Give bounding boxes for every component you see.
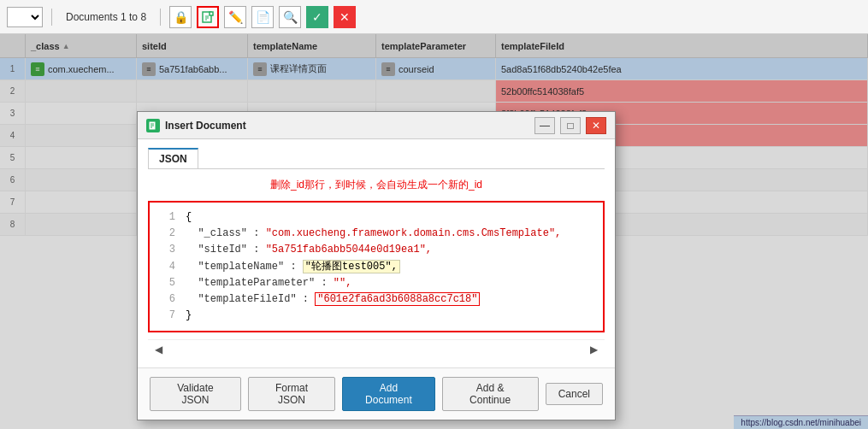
validate-json-btn[interactable]: Validate JSON xyxy=(150,377,241,411)
search-icon-btn[interactable]: 🔍 xyxy=(279,6,301,28)
copy-icon-btn[interactable]: 📄 xyxy=(251,6,274,28)
modal-footer: Validate JSON Format JSON Add Document A… xyxy=(138,367,615,420)
json-line: 6 "templateFileId" : "601e2fa6ad3b6088a8… xyxy=(158,291,594,308)
modal-title-text: Insert Document xyxy=(165,120,529,132)
main-area: _class ▲ siteId templateName templatePar… xyxy=(0,34,868,429)
modal-maximize-btn[interactable]: □ xyxy=(560,117,581,134)
json-line: 4 "templateName" : "轮播图test005", xyxy=(158,259,594,275)
insert-icon xyxy=(201,10,215,24)
tab-bar: JSON xyxy=(148,148,605,169)
separator-2 xyxy=(160,9,161,26)
modal-close-btn[interactable]: ✕ xyxy=(586,117,606,134)
modal-title-icon xyxy=(146,119,160,132)
modal-icon xyxy=(148,120,158,131)
modal-content: JSON 删除_id那行，到时候，会自动生成一个新的_id 1{2 "_clas… xyxy=(138,139,615,367)
cancel-btn[interactable]: Cancel xyxy=(546,383,603,405)
modal-minimize-btn[interactable]: — xyxy=(534,117,555,134)
chinese-annotation: 删除_id那行，到时候，会自动生成一个新的_id xyxy=(148,178,605,192)
tab-json[interactable]: JSON xyxy=(148,148,198,168)
cross-icon-btn[interactable]: ✕ xyxy=(334,6,356,28)
json-line: 5 "templateParameter" : "", xyxy=(158,275,594,291)
scroll-right[interactable]: ▶ xyxy=(590,344,598,356)
toolbar: Documents 1 to 8 🔒 ✏️ 📄 🔍 ✓ ✕ xyxy=(0,0,868,34)
lock-icon-btn[interactable]: 🔒 xyxy=(169,6,192,28)
json-line: 7} xyxy=(158,308,594,324)
json-line: 1{ xyxy=(158,209,594,226)
insert-icon-btn[interactable] xyxy=(197,6,219,28)
edit-icon-btn[interactable]: ✏️ xyxy=(224,6,246,28)
svg-rect-2 xyxy=(210,12,213,15)
insert-document-modal: Insert Document — □ ✕ JSON 删除_id那行，到时候，会… xyxy=(137,111,616,420)
json-editor[interactable]: 1{2 "_class" : "com.xuecheng.framework.d… xyxy=(148,201,605,332)
documents-label: Documents 1 to 8 xyxy=(66,11,146,23)
add-continue-btn[interactable]: Add & Continue xyxy=(442,377,539,411)
scroll-left[interactable]: ◀ xyxy=(155,344,162,356)
toolbar-dropdown[interactable] xyxy=(7,7,43,27)
modal-titlebar: Insert Document — □ ✕ xyxy=(138,112,615,139)
modal-overlay: Insert Document — □ ✕ JSON 删除_id那行，到时候，会… xyxy=(0,34,868,429)
add-document-btn[interactable]: Add Document xyxy=(342,377,434,411)
json-line: 2 "_class" : "com.xuecheng.framework.dom… xyxy=(158,226,594,242)
json-line: 3 "siteId" : "5a751fab6abb5044e0d19ea1", xyxy=(158,242,594,258)
scroll-area: ◀ ▶ xyxy=(148,339,605,359)
check-icon-btn[interactable]: ✓ xyxy=(306,6,328,28)
format-json-btn[interactable]: Format JSON xyxy=(248,377,335,411)
separator-1 xyxy=(51,9,52,26)
